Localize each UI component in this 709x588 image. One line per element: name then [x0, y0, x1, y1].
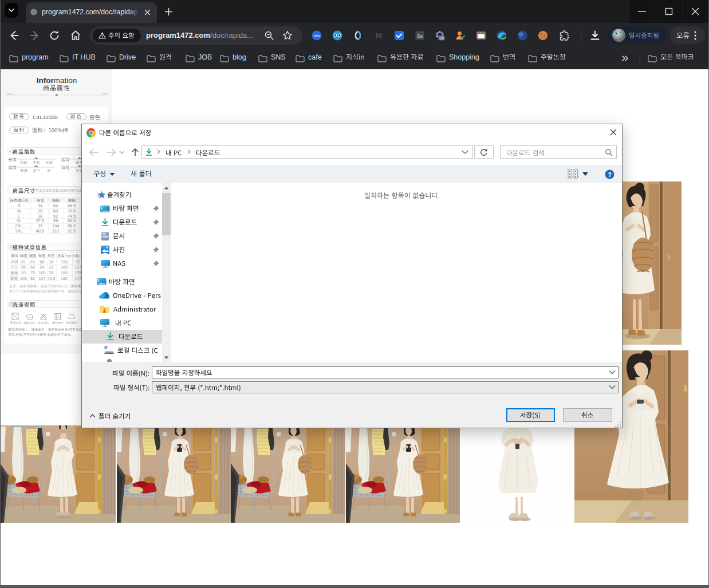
svg-text:zm: zm: [314, 33, 320, 38]
svg-text:1: 1: [57, 315, 59, 318]
svg-text:(≡): (≡): [376, 33, 382, 38]
svg-text:35: 35: [439, 35, 444, 41]
svg-text:30: 30: [28, 316, 31, 319]
svg-text:Se: Se: [417, 33, 423, 39]
svg-text:?: ?: [608, 171, 612, 178]
svg-text:!: !: [11, 303, 11, 306]
